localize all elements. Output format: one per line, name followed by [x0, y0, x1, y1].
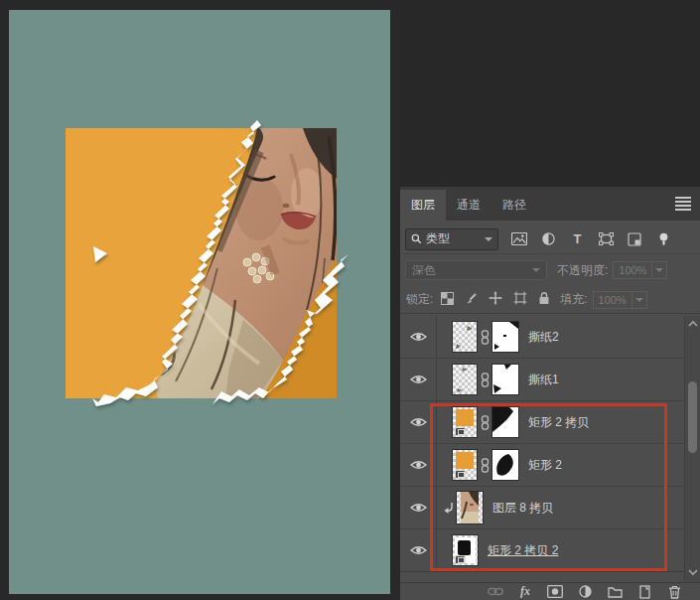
layer-row-rect2-copy[interactable]: 矩形 2 拷贝 — [400, 401, 700, 444]
layers-list: 撕纸2 撕纸1 — [400, 316, 700, 582]
shape-badge-icon — [455, 555, 466, 564]
visibility-toggle[interactable] — [400, 401, 437, 443]
visibility-toggle[interactable] — [400, 444, 437, 486]
filter-type-dropdown[interactable]: 类型 — [405, 228, 498, 250]
layer-row-sizhi2[interactable]: 撕纸2 — [400, 316, 700, 359]
filter-type-layers-icon[interactable]: T — [568, 231, 586, 247]
scroll-up-icon[interactable] — [687, 318, 699, 330]
opacity-dropdown-arrow[interactable] — [652, 261, 667, 279]
scroll-down-icon[interactable] — [687, 566, 699, 578]
layer-mask-thumbnail[interactable] — [492, 450, 518, 480]
lock-position-move-icon[interactable] — [489, 291, 502, 308]
scrollbar-thumb[interactable] — [688, 381, 697, 453]
lock-row: 锁定: 填充: 100% — [400, 286, 700, 314]
fill-label: 填充: — [560, 291, 587, 308]
layer-row-rect2[interactable]: 矩形 2 — [400, 444, 700, 487]
delete-layer-trash-button[interactable] — [666, 584, 682, 599]
filter-toggle-icon[interactable] — [654, 231, 672, 247]
layer-name: 矩形 2 — [528, 457, 562, 474]
opacity-value[interactable]: 100% — [613, 261, 652, 279]
document-canvas[interactable] — [9, 10, 390, 594]
shape-layer-thumbnail[interactable] — [453, 450, 477, 480]
layer-row-sizhi1[interactable]: 撕纸1 — [400, 359, 700, 401]
layer-name: 图层 8 拷贝 — [492, 500, 553, 517]
layer-row-rect2-copy2[interactable]: 矩形 2 拷贝 2 — [400, 529, 700, 572]
lock-pixels-brush-icon[interactable] — [465, 292, 478, 308]
lock-all-icon[interactable] — [538, 291, 550, 308]
shape-layer-thumbnail[interactable] — [453, 407, 477, 437]
layer-thumbnail[interactable] — [453, 322, 477, 352]
layers-panel: 图层 通道 路径 类型 T — [400, 187, 700, 600]
add-layer-mask-button[interactable] — [547, 584, 563, 599]
eye-icon — [410, 331, 427, 343]
lock-transparency-icon[interactable] — [441, 292, 454, 308]
opacity-label: 不透明度: — [557, 262, 608, 279]
layer-mask-thumbnail[interactable] — [492, 365, 518, 394]
blend-mode-row: 深色 不透明度: 100% — [400, 256, 700, 284]
mask-link-icon — [481, 330, 490, 345]
visibility-toggle[interactable] — [400, 529, 437, 571]
chevron-down-icon — [532, 268, 540, 272]
eye-icon — [410, 502, 427, 514]
new-adjustment-layer-button[interactable] — [577, 584, 593, 599]
shape-badge-icon — [455, 427, 466, 436]
filter-smart-objects-icon[interactable] — [626, 231, 643, 247]
link-layers-icon[interactable] — [488, 584, 503, 599]
visibility-toggle[interactable] — [400, 487, 437, 528]
shape-badge-icon — [455, 470, 466, 479]
visibility-toggle[interactable] — [400, 359, 437, 400]
layer-mask-thumbnail[interactable] — [492, 407, 518, 437]
layer-name: 矩形 2 拷贝 2 — [488, 542, 558, 559]
fill-value[interactable]: 100% — [593, 291, 632, 309]
image-layer-thumbnail[interactable] — [457, 492, 483, 524]
search-icon — [411, 233, 422, 244]
visibility-toggle[interactable] — [400, 316, 437, 358]
layer-style-fx-button[interactable]: fx — [517, 584, 533, 599]
lock-label: 锁定: — [406, 291, 433, 308]
panel-tab-bar: 图层 通道 路径 — [400, 187, 700, 221]
mask-link-icon — [481, 415, 490, 430]
fill-dropdown-arrow[interactable] — [632, 291, 647, 309]
chevron-down-icon — [485, 237, 492, 241]
new-layer-button[interactable] — [636, 584, 652, 599]
filter-adjustment-layers-icon[interactable] — [539, 231, 557, 247]
tab-channels[interactable]: 通道 — [446, 190, 491, 221]
layer-row-layer8-copy[interactable]: 图层 8 拷贝 — [400, 487, 700, 529]
torn-paper-artwork — [9, 10, 390, 594]
tab-layers[interactable]: 图层 — [400, 190, 446, 221]
eye-icon — [410, 459, 427, 471]
eye-icon — [410, 544, 427, 556]
eye-icon — [410, 374, 427, 385]
lock-artboard-icon[interactable] — [513, 291, 527, 308]
layers-scrollbar[interactable] — [684, 316, 700, 582]
mask-link-icon — [481, 373, 490, 387]
layer-mask-thumbnail[interactable] — [492, 322, 518, 352]
layer-thumbnail[interactable] — [453, 365, 477, 394]
filter-pixel-layers-icon[interactable] — [510, 231, 528, 247]
layer-name: 撕纸2 — [528, 329, 559, 346]
new-group-folder-button[interactable] — [607, 584, 623, 599]
layer-name: 矩形 2 拷贝 — [528, 414, 589, 431]
panel-bottom-bar: fx — [400, 582, 700, 600]
blend-mode-dropdown[interactable]: 深色 — [405, 260, 547, 280]
filter-shape-layers-icon[interactable] — [597, 231, 615, 247]
eye-icon — [410, 416, 427, 428]
shape-layer-thumbnail[interactable] — [453, 535, 478, 565]
svg-text:T: T — [573, 232, 581, 245]
clipping-mask-arrow-icon — [444, 502, 454, 515]
layer-filter-row: 类型 T — [400, 225, 700, 254]
tab-paths[interactable]: 路径 — [491, 190, 537, 221]
mask-link-icon — [481, 458, 490, 473]
panel-menu-icon[interactable] — [675, 197, 691, 209]
layer-name: 撕纸1 — [528, 372, 559, 388]
